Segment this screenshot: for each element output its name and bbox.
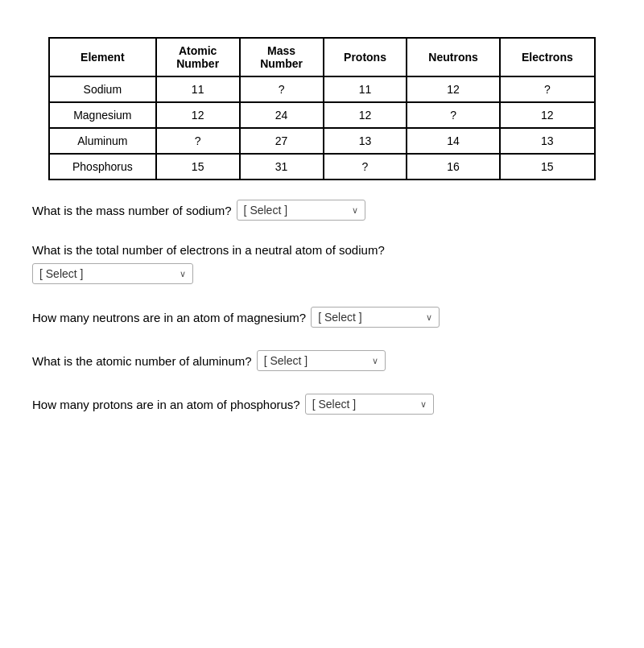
table-header: Neutrons bbox=[407, 38, 499, 76]
chevron-down-icon-2: ∨ bbox=[180, 269, 186, 279]
chevron-down-icon-3: ∨ bbox=[426, 312, 432, 323]
question-line-4: What is the atomic number of aluminum?[ … bbox=[32, 350, 612, 371]
select-label-4: [ Select ] bbox=[264, 354, 365, 367]
select-dropdown-4[interactable]: [ Select ]∨ bbox=[257, 350, 386, 371]
table-cell: 24 bbox=[240, 102, 324, 128]
question-text-4: What is the atomic number of aluminum? bbox=[32, 354, 252, 368]
chevron-down-icon-4: ∨ bbox=[372, 356, 378, 366]
select-dropdown-3[interactable]: [ Select ]∨ bbox=[311, 307, 440, 328]
table-cell: 12 bbox=[407, 76, 499, 102]
table-header: Protons bbox=[324, 38, 407, 76]
select-label-1: [ Select ] bbox=[244, 204, 345, 217]
question-line-3: How many neutrons are in an atom of magn… bbox=[32, 307, 612, 328]
question-block-1: What is the mass number of sodium?[ Sele… bbox=[32, 200, 612, 221]
table-cell: ? bbox=[156, 128, 240, 154]
table-cell: 12 bbox=[324, 102, 407, 128]
question-block-2: What is the total number of electrons in… bbox=[32, 243, 612, 284]
question-text-3: How many neutrons are in an atom of magn… bbox=[32, 311, 306, 324]
table-cell: 13 bbox=[324, 128, 407, 154]
table-cell: Sodium bbox=[49, 76, 156, 102]
table-row: Phosphorus1531?1615 bbox=[49, 154, 595, 180]
table-cell: 13 bbox=[500, 128, 595, 154]
table-cell: 15 bbox=[156, 154, 240, 180]
chevron-down-icon-5: ∨ bbox=[420, 399, 427, 410]
question-block-5: How many protons are in an atom of phosp… bbox=[32, 394, 612, 415]
table-header: Electrons bbox=[500, 38, 595, 76]
table-cell: ? bbox=[500, 76, 595, 102]
table-cell: 11 bbox=[156, 76, 240, 102]
table-cell: 16 bbox=[407, 154, 499, 180]
select-dropdown-1[interactable]: [ Select ]∨ bbox=[237, 200, 365, 221]
table-cell: 12 bbox=[500, 102, 595, 128]
question-block-4: What is the atomic number of aluminum?[ … bbox=[32, 350, 612, 371]
select-label-5: [ Select ] bbox=[312, 398, 414, 411]
select-label-3: [ Select ] bbox=[318, 311, 419, 324]
question-line-1: What is the mass number of sodium?[ Sele… bbox=[32, 200, 612, 221]
table-row: Sodium11?1112? bbox=[49, 76, 595, 102]
table-cell: 12 bbox=[156, 102, 240, 128]
table-cell: Magnesium bbox=[49, 102, 156, 128]
question-block-3: How many neutrons are in an atom of magn… bbox=[32, 307, 612, 328]
table-header: MassNumber bbox=[240, 38, 324, 76]
select-label-2: [ Select ] bbox=[39, 267, 173, 280]
chevron-down-icon-1: ∨ bbox=[352, 205, 358, 216]
question-text-1: What is the mass number of sodium? bbox=[32, 204, 232, 217]
table-cell: ? bbox=[324, 154, 407, 180]
select-dropdown-2[interactable]: [ Select ]∨ bbox=[32, 263, 193, 284]
select-dropdown-5[interactable]: [ Select ]∨ bbox=[305, 394, 434, 415]
table-cell: ? bbox=[240, 76, 324, 102]
table-cell: 15 bbox=[500, 154, 595, 180]
table-cell: 14 bbox=[407, 128, 499, 154]
question-line-5: How many protons are in an atom of phosp… bbox=[32, 394, 612, 415]
question-text-2: What is the total number of electrons in… bbox=[32, 243, 612, 257]
table-header: Element bbox=[49, 38, 156, 76]
table-row: Magnesium122412?12 bbox=[49, 102, 595, 128]
table-cell: Aluminum bbox=[49, 128, 156, 154]
table-cell: 31 bbox=[240, 154, 324, 180]
table-cell: 27 bbox=[240, 128, 324, 154]
table-cell: 11 bbox=[324, 76, 407, 102]
elements-table: ElementAtomicNumberMassNumberProtonsNeut… bbox=[48, 37, 596, 180]
table-cell: ? bbox=[407, 102, 499, 128]
table-cell: Phosphorus bbox=[49, 154, 156, 180]
table-row: Aluminum?27131413 bbox=[49, 128, 595, 154]
table-header: AtomicNumber bbox=[156, 38, 240, 76]
question-text-5: How many protons are in an atom of phosp… bbox=[32, 398, 300, 411]
